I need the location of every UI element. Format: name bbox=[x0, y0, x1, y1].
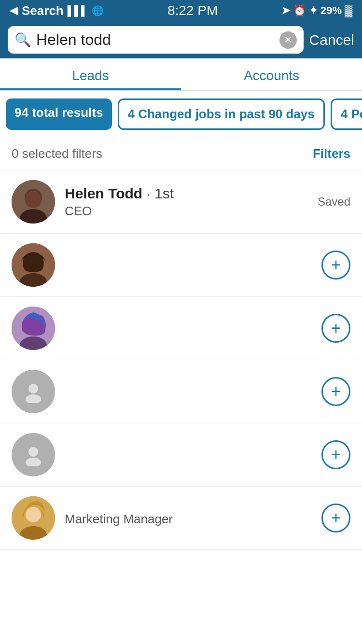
result-actions: + bbox=[321, 251, 350, 280]
list-item[interactable]: + bbox=[0, 297, 362, 360]
list-item[interactable]: + bbox=[0, 423, 362, 487]
search-bar: 🔍 Helen todd ✕ Cancel bbox=[0, 21, 362, 58]
add-button[interactable]: + bbox=[321, 440, 350, 469]
chip-changed-jobs[interactable]: 4 Changed jobs in past 90 days bbox=[118, 98, 325, 130]
svg-point-12 bbox=[28, 447, 38, 457]
result-actions: + bbox=[321, 504, 350, 532]
avatar bbox=[12, 496, 55, 540]
avatar-placeholder bbox=[12, 370, 55, 413]
signal-icon: ▌▌▌ bbox=[68, 5, 88, 16]
add-button[interactable]: + bbox=[321, 251, 350, 280]
svg-point-11 bbox=[26, 394, 41, 403]
list-item[interactable]: + bbox=[0, 234, 362, 297]
status-right: ➤ ⏰ ✦ 29% ▓ bbox=[281, 4, 352, 17]
battery-icon: ▓ bbox=[345, 4, 352, 17]
add-button[interactable]: + bbox=[321, 314, 350, 343]
result-actions: + bbox=[321, 377, 350, 406]
result-title: Marketing Manager bbox=[65, 512, 312, 527]
selected-filters-count: 0 selected filters bbox=[12, 146, 102, 161]
svg-point-13 bbox=[26, 458, 41, 466]
battery-label: 29% bbox=[320, 4, 342, 17]
result-actions: Saved bbox=[318, 195, 350, 209]
alarm-icon: ⏰ bbox=[293, 4, 306, 17]
status-time: 8:22 PM bbox=[167, 3, 218, 18]
avatar-placeholder bbox=[12, 433, 55, 476]
back-icon: ◀ bbox=[10, 4, 18, 17]
list-item[interactable]: + bbox=[0, 360, 362, 423]
selected-filters-bar: 0 selected filters Filters bbox=[0, 138, 362, 170]
filters-button[interactable]: Filters bbox=[313, 146, 350, 161]
status-bar: ◀ Search ▌▌▌ 🌐 8:22 PM ➤ ⏰ ✦ 29% ▓ bbox=[0, 0, 362, 21]
status-left: ◀ Search ▌▌▌ 🌐 bbox=[10, 3, 104, 18]
chip-posted[interactable]: 4 Posted in past 3... bbox=[331, 98, 362, 130]
clear-icon: ✕ bbox=[284, 34, 292, 46]
clear-button[interactable]: ✕ bbox=[279, 31, 297, 49]
tab-accounts[interactable]: Accounts bbox=[181, 58, 362, 90]
location-icon: ➤ bbox=[281, 4, 290, 17]
results-list: Helen Todd · 1st CEO Saved + bbox=[0, 170, 362, 550]
chip-total-results[interactable]: 94 total results bbox=[6, 98, 112, 130]
search-query[interactable]: Helen todd bbox=[36, 31, 275, 49]
saved-label: Saved bbox=[318, 195, 350, 209]
svg-point-15 bbox=[26, 507, 41, 522]
tabs-container: Leads Accounts bbox=[0, 58, 362, 91]
search-input-container[interactable]: 🔍 Helen todd ✕ bbox=[8, 26, 304, 54]
add-button[interactable]: + bbox=[321, 504, 350, 532]
avatar bbox=[12, 243, 55, 287]
avatar bbox=[12, 180, 55, 224]
result-info: Marketing Manager bbox=[65, 510, 312, 527]
add-button[interactable]: + bbox=[321, 377, 350, 406]
result-info bbox=[65, 391, 312, 392]
result-title: CEO bbox=[65, 204, 308, 219]
result-actions: + bbox=[321, 314, 350, 343]
list-item[interactable]: Helen Todd · 1st CEO Saved bbox=[0, 170, 362, 234]
result-info bbox=[65, 454, 312, 456]
filter-chips: 94 total results 4 Changed jobs in past … bbox=[0, 91, 362, 138]
result-info bbox=[65, 327, 312, 329]
result-info: Helen Todd · 1st CEO bbox=[65, 185, 308, 219]
bluetooth-icon: ✦ bbox=[309, 4, 318, 17]
wifi-icon: 🌐 bbox=[92, 5, 104, 16]
result-info bbox=[65, 264, 312, 266]
cancel-button[interactable]: Cancel bbox=[309, 32, 354, 48]
result-name: Helen Todd · 1st bbox=[65, 185, 308, 202]
list-item[interactable]: Marketing Manager + bbox=[0, 487, 362, 550]
carrier-label: Search bbox=[22, 3, 64, 18]
tab-leads[interactable]: Leads bbox=[0, 58, 181, 90]
search-icon: 🔍 bbox=[14, 32, 31, 48]
result-actions: + bbox=[321, 440, 350, 469]
avatar bbox=[12, 307, 55, 350]
svg-point-10 bbox=[28, 384, 38, 393]
